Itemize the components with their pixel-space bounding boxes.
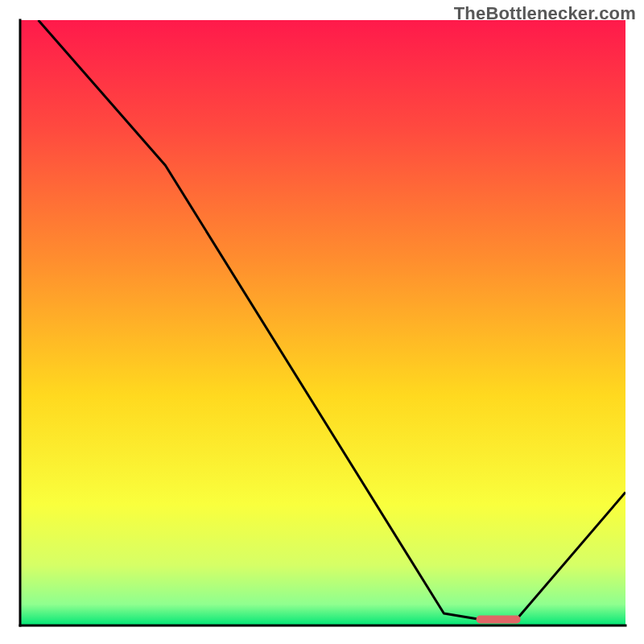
bottleneck-chart: TheBottlenecker.com: [0, 0, 644, 644]
chart-svg: [0, 0, 644, 644]
attribution-watermark: TheBottlenecker.com: [454, 3, 636, 24]
gradient-background: [20, 20, 625, 625]
